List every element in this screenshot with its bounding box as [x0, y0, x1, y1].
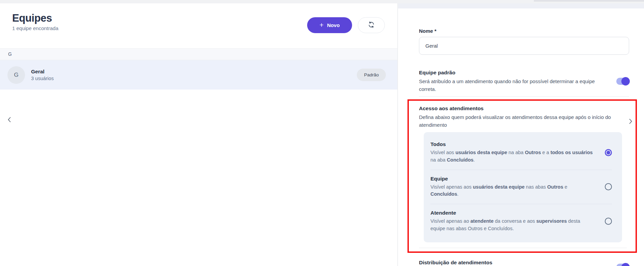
radio-equipe[interactable] [605, 183, 612, 190]
team-details-panel: Nome * Equipe padrão Será atribuído a um… [398, 3, 644, 266]
team-users-count: 3 usuários [31, 76, 54, 81]
name-field-label: Nome * [419, 28, 629, 34]
option-description: Visível aos usuários desta equipe na aba… [430, 149, 596, 164]
distribution-row: Distribuição de atendimentos Direcione o… [419, 260, 629, 266]
default-team-toggle[interactable] [616, 78, 629, 85]
team-avatar: G [7, 66, 25, 84]
refresh-button[interactable] [358, 17, 385, 33]
name-input[interactable] [419, 37, 629, 55]
access-option-atendente[interactable]: Atendente Visível apenas ao atendente da… [430, 204, 612, 238]
default-team-row: Equipe padrão Será atribuído a um atendi… [419, 70, 629, 93]
distribution-text: Distribuição de atendimentos Direcione o… [419, 260, 591, 266]
access-description: Defina abaixo quem poderá visualizar os … [419, 114, 627, 129]
default-team-title: Equipe padrão [419, 70, 608, 76]
default-team-description: Será atribuído a um atendimento quando n… [419, 78, 608, 93]
option-text: Atendente Visível apenas ao atendente da… [430, 210, 596, 233]
toggle-knob [621, 263, 630, 266]
option-description: Visível apenas aos usuários desta equipe… [430, 184, 596, 198]
option-text: Equipe Visível apenas aos usuários desta… [430, 176, 596, 198]
top-scrollbar-track [534, 0, 644, 2]
collapse-panel-chevron[interactable] [627, 117, 634, 126]
access-option-todos[interactable]: Todos Visível aos usuários desta equipe … [430, 136, 612, 170]
details-panel-top-strip [398, 3, 644, 8]
alpha-section-header: G [0, 48, 397, 60]
radio-atendente[interactable] [605, 218, 612, 225]
team-info: Geral 3 usuários [31, 69, 54, 81]
toggle-knob [621, 77, 630, 86]
chevron-left-icon [7, 117, 11, 123]
option-title: Equipe [430, 176, 596, 182]
access-options-card: Todos Visível aos usuários desta equipe … [424, 132, 622, 242]
teams-list-panel: Equipes 1 equipe encontrada + Novo G [0, 3, 398, 266]
divider [419, 248, 627, 248]
new-team-button-label: Novo [327, 22, 340, 28]
access-section-annotation: Acesso aos atendimentos Defina abaixo qu… [407, 99, 637, 253]
option-description: Visível apenas ao atendente da conversa … [430, 218, 596, 233]
prev-page-chevron[interactable] [5, 115, 13, 124]
team-list-item[interactable]: G Geral 3 usuários Padrão [0, 60, 397, 90]
teams-header: Equipes 1 equipe encontrada + Novo [0, 3, 397, 31]
plus-icon: + [320, 21, 324, 28]
access-section-header: Acesso aos atendimentos Defina abaixo qu… [419, 105, 627, 129]
alpha-section-letter: G [8, 51, 12, 57]
team-avatar-letter: G [14, 72, 18, 78]
option-text: Todos Visível aos usuários desta equipe … [430, 141, 596, 164]
option-title: Todos [430, 141, 596, 147]
distribution-title: Distribuição de atendimentos [419, 260, 591, 266]
radio-todos[interactable] [605, 149, 612, 156]
default-team-text: Equipe padrão Será atribuído a um atendi… [419, 70, 608, 93]
default-badge: Padrão [357, 69, 386, 81]
distribution-toggle[interactable] [616, 264, 629, 266]
new-team-button[interactable]: + Novo [307, 17, 352, 33]
header-actions: + Novo [307, 17, 385, 33]
refresh-icon [368, 21, 375, 29]
access-title: Acesso aos atendimentos [419, 105, 627, 112]
divider [419, 96, 629, 97]
team-name: Geral [31, 69, 54, 75]
chevron-right-icon [629, 118, 633, 124]
access-option-equipe[interactable]: Equipe Visível apenas aos usuários desta… [430, 170, 612, 204]
option-title: Atendente [430, 210, 596, 216]
name-field-group: Nome * [419, 28, 629, 55]
